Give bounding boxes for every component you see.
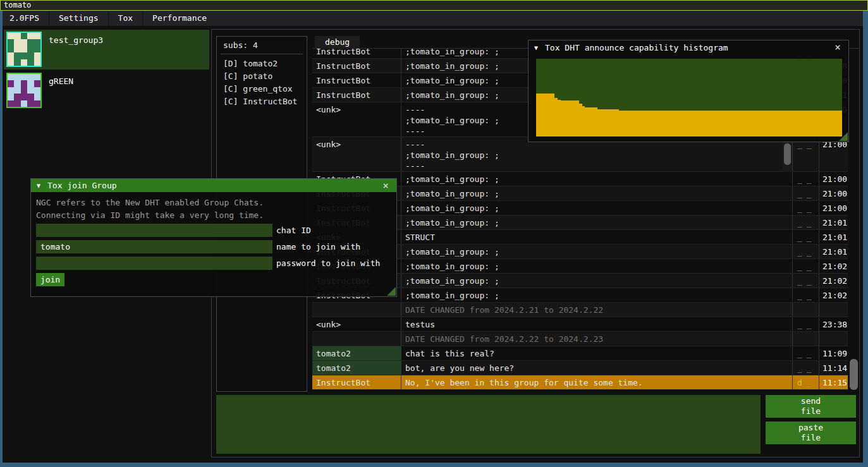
group-avatar (6, 32, 42, 67)
chat-message: ;tomato_in_group: ; (401, 172, 792, 186)
chat-status: __ (792, 230, 819, 244)
member-item[interactable]: [C] green_qtox (223, 83, 307, 95)
chat-time: 21:02 (819, 274, 848, 288)
status-flag: _ (807, 217, 812, 229)
member-item[interactable]: [D] tomato2 (223, 58, 307, 70)
chat-status: __ (792, 201, 819, 215)
chat-row[interactable]: DATE CHANGED from 2024.2.22 to 2024.2.23 (312, 332, 848, 346)
member-list: [D] tomato2[C] potato[C] green_qtox[C] I… (223, 58, 307, 108)
subs-count: subs: 4 (223, 40, 307, 50)
paste-file-button[interactable]: paste file (766, 422, 856, 444)
menu-item-settings[interactable]: Settings (49, 11, 108, 26)
chat-status: __ (792, 346, 819, 360)
chat-message: ;tomato_in_group: ; (401, 259, 792, 273)
avatar-pixel (14, 59, 20, 66)
chat-scrollbar-thumb[interactable] (850, 359, 858, 390)
fps-counter: 2.0FPS (0, 11, 49, 26)
resize-grip[interactable] (839, 132, 848, 141)
status-flag: _ (807, 363, 812, 375)
chat-status: __ (792, 186, 819, 200)
histogram-bar (597, 109, 619, 136)
member-item[interactable]: [C] InstructBot (223, 95, 307, 108)
avatar-pixel (34, 74, 40, 80)
histogram-bar (536, 94, 554, 136)
chat-inner-scrollbar-thumb[interactable] (784, 143, 791, 165)
chat-status: __ (792, 259, 819, 273)
join-input-password[interactable] (36, 257, 272, 270)
avatar-pixel (8, 46, 14, 52)
member-item[interactable]: [C] potato (223, 70, 307, 83)
chat-row[interactable]: DATE CHANGED from 2024.2.21 to 2024.2.22 (312, 303, 848, 317)
status-flag: _ (797, 261, 802, 273)
join-button[interactable]: join (36, 273, 64, 286)
avatar-pixel (8, 33, 14, 39)
status-flag: _ (797, 276, 802, 288)
send-file-button[interactable]: send file (766, 395, 856, 418)
join-input-chat-id[interactable] (36, 224, 272, 237)
status-flag: _ (797, 319, 802, 331)
status-flag: _ (797, 217, 802, 229)
chat-status: __ (792, 288, 819, 302)
join-field-label: password to join with (272, 258, 380, 268)
chat-author: <unk> (312, 137, 401, 171)
status-flag: _ (807, 276, 812, 288)
avatar-pixel (8, 94, 14, 100)
join-window-titlebar[interactable]: ▼ Tox join Group × (31, 179, 396, 192)
join-field-label: name to join with (272, 242, 360, 252)
chat-row[interactable]: <unk>---- ;tomato_in_group: ; ----__21:0… (312, 137, 848, 172)
join-field-row: chat ID (36, 224, 396, 237)
avatar-pixel (21, 52, 27, 59)
message-input[interactable] (216, 395, 761, 454)
chat-status: __ (792, 274, 819, 288)
join-field-row: password to join with (36, 257, 396, 270)
avatar-pixel (34, 33, 40, 39)
tab-debug[interactable]: debug (315, 36, 360, 49)
avatar-pixel (14, 80, 20, 87)
chat-row[interactable]: InstructBotNo, I've been in this group f… (312, 375, 848, 390)
join-window-title: Tox join Group (47, 181, 374, 190)
join-input-name[interactable]: tomato (36, 240, 272, 253)
resize-grip[interactable] (387, 287, 396, 296)
status-flag: _ (797, 203, 802, 215)
chat-status: __ (792, 172, 819, 186)
chat-row[interactable]: <unk>testus__23:38 (312, 317, 848, 332)
avatar-pixel (34, 59, 40, 66)
status-flag: _ (807, 174, 812, 186)
join-description-line1: NGC refers to the New DHT enabled Group … (31, 192, 396, 209)
chat-status (792, 303, 819, 317)
chat-author (312, 332, 401, 346)
avatar-pixel (21, 94, 27, 100)
collapse-icon[interactable]: ▼ (37, 182, 40, 189)
avatar-pixel (21, 39, 27, 45)
chat-status: d_ (792, 375, 819, 389)
sidebar-group-gREEN[interactable]: gREEN (4, 71, 209, 111)
histogram-bar (619, 111, 842, 136)
avatar-pixel (8, 80, 14, 87)
chat-time: 21:01 (819, 245, 848, 258)
menu-item-tox[interactable]: Tox (109, 11, 142, 26)
chat-author: InstructBot (312, 49, 401, 58)
menu-item-performance[interactable]: Performance (143, 11, 216, 26)
avatar-pixel (34, 46, 40, 52)
status-flag: _ (807, 319, 812, 331)
chat-row[interactable]: tomato2bot, are you new here?__11:14 (312, 361, 848, 375)
separator (221, 54, 303, 54)
avatar-pixel (34, 94, 40, 100)
histogram-window: ▼ Tox DHT announce capability histogram … (528, 40, 849, 142)
histogram-window-title: Tox DHT announce capability histogram (545, 43, 826, 52)
chat-author: <unk> (312, 102, 401, 136)
os-titlebar[interactable]: tomato (0, 0, 868, 11)
sidebar-group-test_group3[interactable]: test_group3 (4, 30, 209, 70)
chat-row[interactable]: tomato2chat is this real?__11:09 (312, 346, 848, 361)
chat-time: 11:15 (819, 375, 848, 389)
menu-bar-items: SettingsToxPerformance (49, 11, 216, 26)
avatar-pixel (27, 39, 34, 45)
chat-time (819, 332, 848, 346)
close-icon[interactable]: × (833, 42, 843, 52)
close-icon[interactable]: × (381, 181, 391, 191)
chat-message: testus (401, 317, 792, 331)
histogram-window-titlebar[interactable]: ▼ Tox DHT announce capability histogram … (529, 40, 848, 54)
status-flag: _ (807, 188, 812, 200)
collapse-icon[interactable]: ▼ (534, 44, 538, 51)
status-flag: _ (807, 232, 812, 244)
